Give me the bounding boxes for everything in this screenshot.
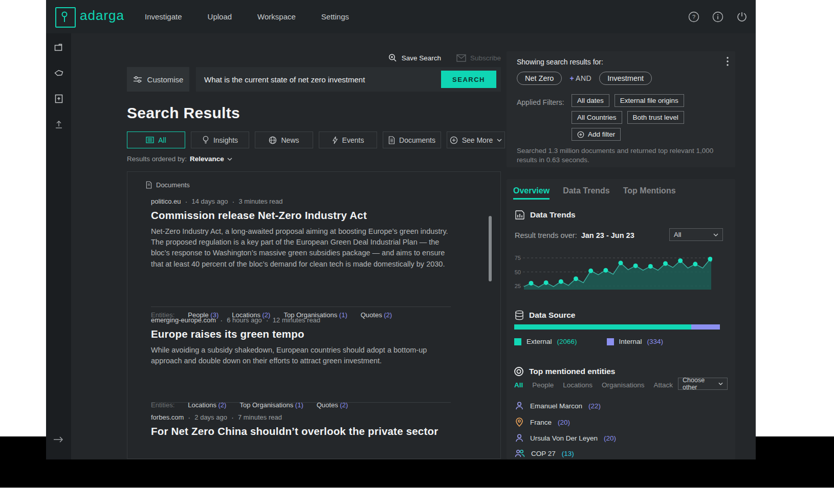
trends-range-value: Jan 23 - Jun 23 [581,231,634,239]
nav-item-upload[interactable]: Upload [208,12,232,21]
result-title[interactable]: Europe raises its green tempo [151,328,453,340]
filter-chip-all-countries[interactable]: All Countries [572,111,622,124]
sidebar-icon-stack [46,33,71,132]
nav-item-investigate[interactable]: Investigate [145,12,182,21]
filter-chip-both-trust-level[interactable]: Both trust level [627,111,684,124]
help-icon[interactable]: ? [688,11,699,23]
person-icon [515,433,524,443]
tab-events[interactable]: Events [319,132,377,148]
customise-button[interactable]: Customise [127,67,189,92]
entity-tab-all[interactable]: All [514,381,523,389]
internal-swatch [607,338,614,345]
result-title[interactable]: Commission release Net-Zero Industry Act [151,209,453,222]
plus-circle-icon [577,131,584,138]
trends-filter-select[interactable]: All [669,228,723,241]
file-upload-icon[interactable] [54,94,64,106]
entity-count: (20) [558,419,570,426]
list-icon [146,137,154,143]
lightning-icon [332,136,338,144]
files-icon[interactable] [54,42,64,55]
kebab-menu-icon[interactable] [726,56,729,69]
sort-order-control[interactable]: Results ordered by: Relevance [127,155,232,163]
choose-other-select[interactable]: Choose other [678,378,728,390]
chevron-down-icon [227,158,232,161]
result-source: forbes.com [151,413,184,421]
tab-data-trends[interactable]: Data Trends [563,186,610,200]
term-chip-net-zero[interactable]: Net Zero [517,72,562,85]
brand-wordmark: adarga [80,8,124,24]
tab-news[interactable]: News [255,132,313,148]
see-more-label: See More [462,136,493,144]
tab-news-label: News [281,136,299,144]
primary-nav: Investigate Upload Workspace Settings [145,0,349,33]
tab-events-label: Events [342,136,364,144]
entity-tab-locations[interactable]: Locations [563,381,592,389]
envelope-icon [456,54,466,62]
tab-overview[interactable]: Overview [513,186,550,200]
adarga-app-window: adarga Investigate Upload Workspace Sett… [46,0,756,459]
map-pin-icon [515,418,524,427]
chevron-down-icon [718,382,723,385]
target-icon [514,366,524,377]
filter-chip-all-dates[interactable]: All dates [572,94,609,107]
entity-tab-organisations[interactable]: Organisations [602,381,644,389]
trend-chart: 755025 [513,245,712,290]
internal-label: Internal [619,338,642,345]
subscribe-label: Subscribe [470,54,501,62]
top-mentioned-title: Top mentioned entities [529,367,616,376]
result-card[interactable]: politico.eu· 14 days ago· 3 minutes read… [151,198,453,270]
data-source-header: Data Source [515,310,575,320]
entity-row[interactable]: Emanuel Marcon (22) [515,401,601,410]
nav-item-workspace[interactable]: Workspace [257,12,296,21]
save-search-button[interactable]: Save Search [388,53,441,63]
search-stats-line1: Searched 1.3 million documents and retur… [517,146,713,156]
data-source-internal-segment [691,324,720,330]
summary-heading: Showing search results for: [517,58,603,66]
legend-external: External (2066) [514,338,577,345]
result-age: 2 days ago [194,413,227,421]
boolean-operator: +AND [569,74,591,82]
entity-tab-attack[interactable]: Attack [653,381,673,389]
filter-chip-external-file-origins[interactable]: External file origins [614,94,684,107]
result-meta: politico.eu· 14 days ago· 3 minutes read [151,198,453,205]
data-trends-title: Data Trends [530,210,576,220]
subscribe-button[interactable]: Subscribe [456,54,501,62]
tab-top-mentions[interactable]: Top Mentions [623,186,676,200]
result-card[interactable]: forbes.com· 2 days ago· 7 minutes read F… [151,413,453,437]
people-group-icon [515,449,525,458]
result-read-time: 12 minutes read [273,316,320,324]
add-filter-button[interactable]: Add filter [572,128,621,141]
result-type-tabs: All Insights News Events See More Docume… [127,132,505,148]
result-age: 14 days ago [192,198,228,205]
document-icon [388,136,395,144]
tab-insights[interactable]: Insights [191,132,249,148]
result-card[interactable]: emerging-europe.com· 6 hours ago· 12 min… [151,316,453,366]
tag-icon[interactable] [54,68,64,80]
entity-row[interactable]: COP 27 (13) [515,449,574,458]
tab-all[interactable]: All [127,132,185,148]
results-scrollbar[interactable] [489,216,492,281]
external-swatch [514,338,521,345]
sidebar-expand-arrow-icon[interactable] [53,436,64,445]
entity-tab-people[interactable]: People [532,381,554,389]
tab-see-more[interactable]: See More [447,132,505,148]
upload-icon[interactable] [54,119,64,132]
result-group-label: Documents [146,181,190,189]
term-chip-investment[interactable]: Investment [599,72,652,85]
sliders-icon [133,75,142,83]
search-button[interactable]: SEARCH [441,71,496,88]
result-meta: forbes.com· 2 days ago· 7 minutes read [151,413,453,421]
top-mentioned-header: Top mentioned entities [514,366,616,377]
result-title[interactable]: For Net Zero China shouldn’t overlook th… [151,425,453,437]
power-icon[interactable] [736,11,748,23]
tab-documents[interactable]: See More Documents [383,132,441,148]
info-icon[interactable] [712,11,723,23]
left-sidebar [46,33,71,459]
result-actions-row: Save Search Subscribe [127,53,501,63]
result-meta: emerging-europe.com· 6 hours ago· 12 min… [151,316,453,324]
entity-row[interactable]: Ursula Von Der Leyen (20) [515,433,616,443]
entity-row[interactable]: France (20) [515,418,570,427]
adarga-logo-icon[interactable] [55,7,76,28]
nav-item-settings[interactable]: Settings [321,12,349,21]
entity-count: (20) [604,434,616,442]
